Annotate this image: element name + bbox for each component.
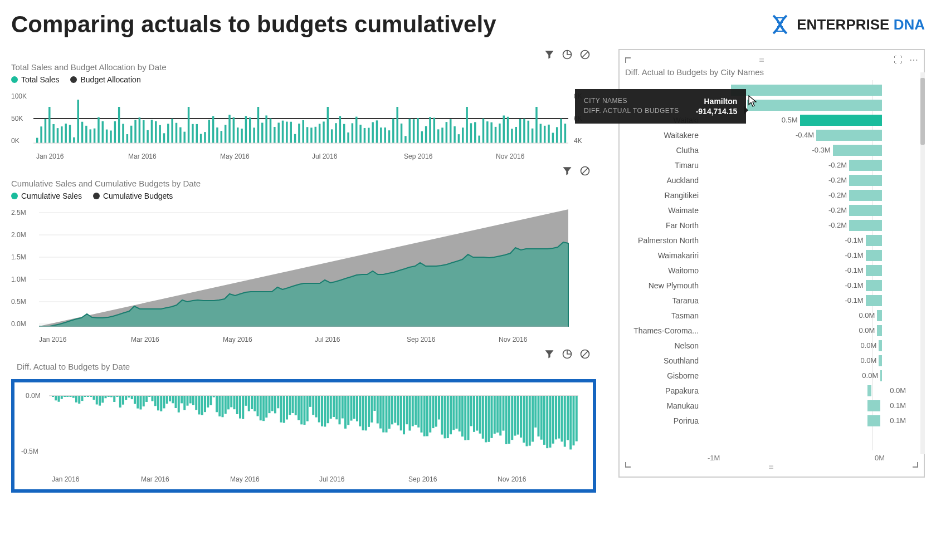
city-bar-row[interactable]: Thames-Coroma...0.0M (625, 323, 918, 338)
svg-rect-98 (380, 127, 382, 143)
city-bar-row[interactable]: Waitakere-0.4M (625, 127, 918, 143)
city-bar-row[interactable]: Gisborne0.0M (625, 368, 918, 383)
svg-rect-31 (106, 130, 108, 143)
svg-rect-286 (365, 396, 367, 430)
city-bar-row[interactable]: Tararua-0.1M (625, 293, 918, 308)
focus-corner-icon[interactable] (913, 462, 918, 468)
viz-diff-date[interactable]: 0.0M -0.5M Jan 2016Mar 2016May 2016Jul 2… (11, 379, 596, 493)
svg-rect-43 (155, 121, 157, 143)
filter-icon[interactable] (544, 49, 555, 60)
svg-rect-50 (183, 132, 186, 143)
viz-diff-city[interactable]: ≡ ⛶ ⋯ Diff. Actual to Budgets by City Na… (618, 49, 925, 478)
viz3-title: Diff. Actual to Budgets by Date (17, 362, 596, 371)
svg-rect-129 (507, 117, 509, 143)
svg-rect-262 (295, 396, 297, 415)
svg-rect-255 (274, 396, 276, 413)
svg-rect-184 (66, 396, 69, 397)
focus-corner-icon[interactable] (625, 462, 631, 468)
svg-rect-136 (535, 107, 538, 143)
filter-icon[interactable] (544, 348, 555, 360)
svg-rect-247 (251, 396, 253, 409)
city-value-label: 0.0M (859, 311, 875, 320)
svg-rect-72 (274, 127, 276, 143)
city-name: Papakura (625, 386, 703, 395)
svg-rect-230 (201, 396, 203, 415)
no-icon[interactable] (579, 165, 591, 176)
svg-rect-75 (286, 122, 288, 143)
no-icon[interactable] (579, 348, 591, 360)
svg-rect-266 (306, 396, 309, 421)
city-bar-row[interactable]: New Plymouth-0.1M (625, 278, 918, 293)
svg-rect-240 (230, 396, 232, 407)
city-bar-row[interactable]: Auckland-0.2M (625, 173, 918, 188)
city-bar-row[interactable]: Rangitikei-0.2M (625, 188, 918, 203)
city-value-label: -0.2M (828, 176, 847, 184)
city-bar-row[interactable]: Nelson0.0M (625, 338, 918, 353)
pie-icon[interactable] (562, 49, 573, 60)
svg-rect-225 (187, 396, 189, 406)
svg-rect-57 (212, 116, 214, 143)
city-bar-row[interactable]: Southland0.0M (625, 353, 918, 368)
svg-rect-260 (289, 396, 291, 415)
svg-rect-38 (134, 120, 136, 143)
legend-dot-grey (70, 76, 77, 83)
city-value-label: 0.0M (862, 371, 878, 380)
svg-rect-244 (242, 396, 244, 419)
scrollbar[interactable] (920, 72, 925, 454)
svg-rect-340 (523, 396, 525, 443)
focus-mode-icon[interactable]: ⛶ (894, 55, 903, 65)
svg-rect-347 (543, 396, 545, 445)
svg-rect-55 (204, 132, 206, 143)
svg-rect-242 (236, 396, 238, 414)
city-bar-row[interactable]: Porirua0.1M (625, 413, 918, 428)
filter-icon[interactable] (562, 165, 573, 176)
svg-rect-51 (188, 107, 190, 143)
tooltip-key-city: CITY NAMES (584, 97, 627, 106)
svg-rect-281 (350, 396, 353, 421)
svg-text:1.0M: 1.0M (11, 276, 26, 283)
city-value-label: -0.1M (845, 266, 863, 274)
city-bar-row[interactable]: Manukau0.1M (625, 398, 918, 413)
svg-rect-322 (470, 396, 472, 426)
city-bar-row[interactable]: Papakura0.0M (625, 383, 918, 398)
grip-icon[interactable]: ≡ (754, 55, 771, 65)
city-value-label: 0.0M (860, 356, 876, 365)
city-name: Tasman (625, 311, 703, 320)
svg-rect-47 (171, 119, 173, 143)
svg-rect-291 (379, 396, 382, 429)
city-name: Tararua (625, 296, 703, 305)
svg-rect-278 (342, 396, 344, 419)
city-name: Nelson (625, 341, 703, 350)
more-options-icon[interactable]: ⋯ (909, 55, 918, 65)
city-bar-row[interactable]: Far North-0.2M (625, 218, 918, 233)
svg-rect-287 (368, 396, 370, 427)
city-bar-row[interactable]: Waimakariri-0.1M (625, 248, 918, 263)
svg-rect-70 (265, 115, 267, 143)
svg-rect-236 (218, 396, 221, 416)
svg-rect-263 (298, 396, 300, 420)
svg-rect-59 (221, 131, 223, 143)
svg-text:Sep 2016: Sep 2016 (404, 153, 433, 160)
svg-rect-318 (459, 396, 461, 431)
city-bar-row[interactable]: Timaru-0.2M (625, 158, 918, 173)
pie-icon[interactable] (562, 348, 573, 360)
svg-rect-231 (204, 396, 206, 412)
city-bar-row[interactable]: Palmerston North-0.1M (625, 233, 918, 248)
svg-rect-246 (248, 396, 250, 411)
focus-corner-icon[interactable] (625, 57, 631, 63)
viz-total-sales-budget[interactable]: Total Sales and Budget Allocation by Dat… (11, 62, 596, 165)
city-bar-row[interactable]: Waitomo-0.1M (625, 263, 918, 278)
svg-rect-269 (315, 396, 318, 417)
grip-icon[interactable]: ≡ (763, 462, 780, 472)
city-bar-row[interactable]: Waimate-0.2M (625, 203, 918, 218)
viz-cumulative[interactable]: Cumulative Sales and Cumulative Budgets … (11, 179, 596, 348)
svg-rect-92 (355, 117, 358, 143)
svg-rect-24 (77, 100, 79, 143)
no-icon[interactable] (579, 49, 591, 60)
city-bar-row[interactable]: Clutha-0.3M (625, 143, 918, 158)
chart1-svg: 100K 50K 0K 8K 6K 4K Jan 2016Mar 2016May… (11, 87, 585, 165)
city-bar-row[interactable]: Tasman0.0M (625, 308, 918, 323)
city-value-label: 0.0M (890, 386, 906, 395)
svg-rect-181 (58, 396, 60, 402)
svg-rect-264 (300, 396, 303, 424)
